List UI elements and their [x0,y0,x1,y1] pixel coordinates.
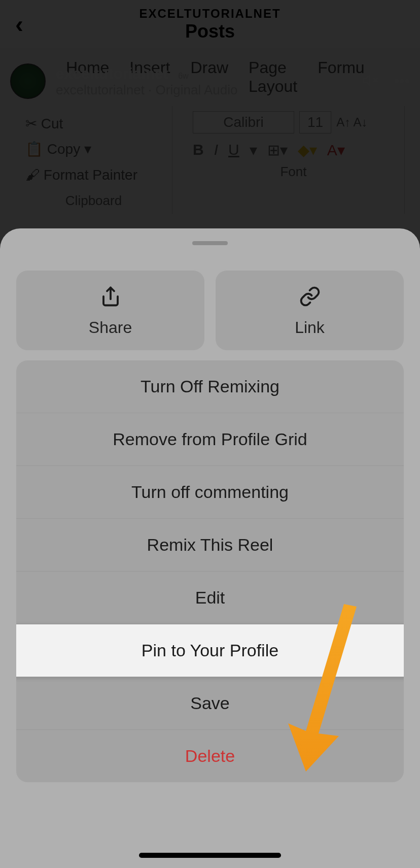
option-turn-off-remixing[interactable]: Turn Off Remixing [16,360,404,413]
option-remove-from-grid[interactable]: Remove from Profile Grid [16,413,404,466]
option-edit[interactable]: Edit [16,572,404,624]
link-icon [299,286,321,309]
option-pin-to-profile[interactable]: Pin to Your Profile [16,624,404,677]
link-button[interactable]: Link [216,271,404,350]
share-icon [100,286,121,309]
option-delete[interactable]: Delete [16,730,404,782]
link-label: Link [295,318,325,337]
options-list: Turn Off RemixingRemove from Profile Gri… [16,360,404,782]
option-turn-off-commenting[interactable]: Turn off commenting [16,466,404,519]
share-button[interactable]: Share [16,271,204,350]
option-save[interactable]: Save [16,677,404,730]
home-indicator[interactable] [139,853,281,858]
action-sheet: Share Link Turn Off RemixingRemove from … [0,228,420,868]
sheet-drag-handle[interactable] [192,241,228,245]
option-remix-this-reel[interactable]: Remix This Reel [16,519,404,572]
share-label: Share [89,318,132,337]
